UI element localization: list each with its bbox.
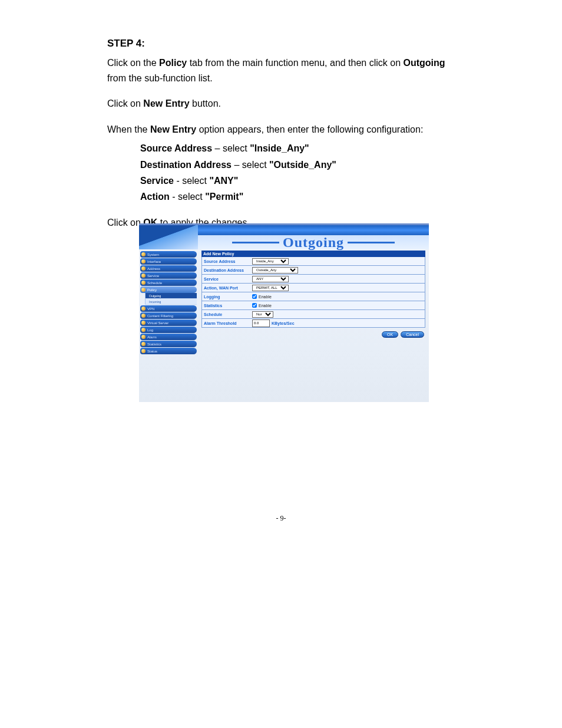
paragraph-3: When the New Entry option appears, then … [107, 122, 461, 137]
nav-icon [141, 259, 146, 263]
nav-icon [141, 321, 146, 325]
row-statistics: Statistics Enable [201, 301, 425, 310]
policy-form: Add New Policy Source Address Inside_Any… [198, 249, 429, 354]
banner: Outgoing [198, 235, 429, 249]
nav-icon [141, 314, 146, 318]
service-select[interactable]: ANY [252, 276, 289, 282]
step-heading: STEP 4: [107, 38, 461, 50]
form-header: Add New Policy [201, 251, 425, 257]
sidebar-subitem-outgoing[interactable]: Outgoing [145, 293, 197, 299]
nav-icon [141, 288, 146, 292]
cancel-button[interactable]: Cancel [401, 331, 424, 338]
ok-button[interactable]: OK [382, 331, 398, 338]
row-schedule: Schedule None [201, 310, 425, 319]
nav-icon [141, 349, 146, 353]
nav-icon [141, 274, 146, 278]
sidebar-item-status[interactable]: Status [140, 348, 197, 354]
row-service: Service ANY [201, 275, 425, 284]
row-logging: Logging Enable [201, 292, 425, 301]
sidebar-item-system[interactable]: System [140, 251, 197, 258]
sidebar-item-interface[interactable]: Interface [140, 258, 197, 265]
instructions-text: STEP 4: Click on the Policy tab from the… [107, 38, 461, 241]
sidebar-item-content-filtering[interactable]: Content Filtering [140, 312, 197, 319]
sidebar-item-address[interactable]: Address [140, 265, 197, 272]
paragraph-1: Click on the Policy tab from the main fu… [107, 55, 461, 85]
page-number: - 9- [0, 514, 562, 523]
banner-line-left [232, 242, 279, 243]
nav-icon [141, 342, 146, 346]
sidebar-item-virtual-server[interactable]: Virtual Server [140, 319, 197, 326]
page-title: Outgoing [283, 235, 344, 251]
row-action: Action, WAN Port PERMIT, ALL [201, 284, 425, 292]
logging-checkbox[interactable] [252, 294, 257, 299]
nav-icon [141, 307, 146, 311]
paragraph-2: Click on New Entry button. [107, 96, 461, 111]
screenshot-outgoing-policy: Outgoing System Interface Address Servic… [139, 223, 429, 402]
row-alarm-threshold: Alarm Threshold KBytes/Sec [201, 319, 425, 328]
destination-address-select[interactable]: Outside_Any [252, 267, 298, 274]
nav-icon [141, 328, 146, 332]
nav-icon [141, 266, 146, 271]
sidebar-item-service[interactable]: Service [140, 272, 197, 279]
sidebar-item-statistics[interactable]: Statistics [140, 341, 197, 347]
nav-icon [141, 252, 146, 256]
sidebar-item-policy[interactable]: Policy [140, 286, 197, 293]
row-source-address: Source Address Inside_Any [201, 257, 425, 266]
sidebar-item-log[interactable]: Log [140, 327, 197, 333]
logo [139, 225, 198, 249]
sidebar-item-vpn[interactable]: VPN [140, 305, 197, 312]
nav-icon [141, 335, 146, 339]
statistics-checkbox[interactable] [252, 303, 257, 308]
sidebar-item-schedule[interactable]: Schedule [140, 279, 197, 286]
source-address-select[interactable]: Inside_Any [252, 258, 289, 265]
sidebar: System Interface Address Service Schedul… [139, 249, 198, 354]
banner-line-right [348, 242, 395, 243]
button-row: OK Cancel [201, 328, 425, 338]
schedule-select[interactable]: None [252, 311, 273, 318]
nav-icon [141, 281, 146, 285]
alarm-threshold-input[interactable] [252, 319, 270, 327]
config-list: Source Address – select "Inside_Any" Des… [140, 140, 461, 205]
sidebar-item-alarm[interactable]: Alarm [140, 334, 197, 340]
sidebar-subitem-incoming[interactable]: Incoming [145, 299, 197, 305]
action-select[interactable]: PERMIT, ALL [252, 285, 289, 291]
row-destination-address: Destination Address Outside_Any [201, 266, 425, 275]
banner-bar: Outgoing [139, 235, 429, 249]
